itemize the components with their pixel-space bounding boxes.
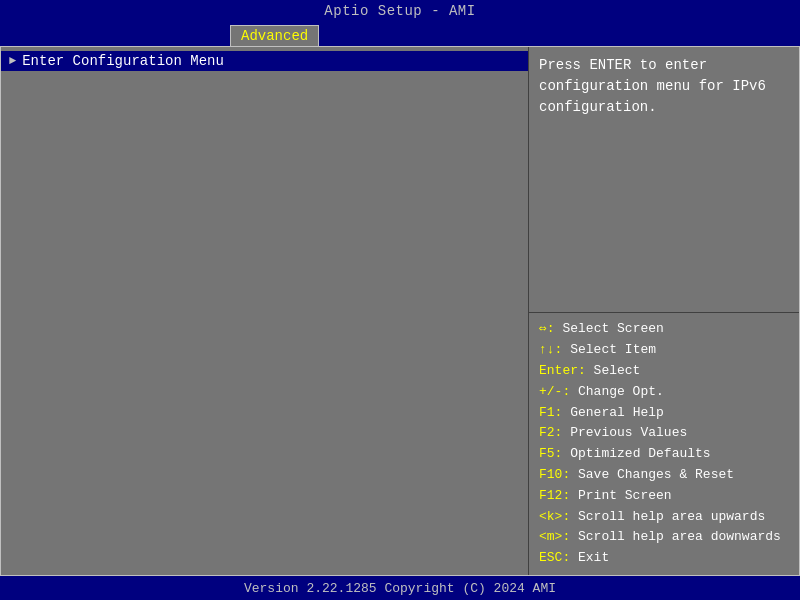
key-label: F12: <box>539 486 578 507</box>
bios-setup-app: Aptio Setup - AMI Advanced ► Enter Confi… <box>0 0 800 600</box>
tab-bar: Advanced <box>0 22 800 46</box>
key-desc: Save Changes & Reset <box>578 465 734 486</box>
main-content: ► Enter Configuration Menu Press ENTER t… <box>0 46 800 576</box>
key-desc: General Help <box>570 403 664 424</box>
key-binding-item: ↑↓: Select Item <box>539 340 789 361</box>
key-desc: Print Screen <box>578 486 672 507</box>
menu-item-label: Enter Configuration Menu <box>22 53 224 69</box>
key-label: F2: <box>539 423 570 444</box>
bottom-bar: Version 2.22.1285 Copyright (C) 2024 AMI <box>0 576 800 600</box>
key-desc: Select <box>594 361 641 382</box>
key-binding-item: F10: Save Changes & Reset <box>539 465 789 486</box>
key-label: Enter: <box>539 361 594 382</box>
key-desc: Change Opt. <box>578 382 664 403</box>
key-desc: Select Item <box>570 340 656 361</box>
key-desc: Exit <box>578 548 609 569</box>
key-binding-item: F12: Print Screen <box>539 486 789 507</box>
key-label: F10: <box>539 465 578 486</box>
key-binding-item: +/-: Change Opt. <box>539 382 789 403</box>
key-help-section: ⇔: Select Screen↑↓: Select ItemEnter: Se… <box>529 313 799 575</box>
left-panel: ► Enter Configuration Menu <box>1 47 529 575</box>
key-label: F1: <box>539 403 570 424</box>
help-text: Press ENTER to enter configuration menu … <box>529 47 799 313</box>
key-binding-item: <k>: Scroll help area upwards <box>539 507 789 528</box>
app-title: Aptio Setup - AMI <box>324 3 475 19</box>
key-binding-item: ⇔: Select Screen <box>539 319 789 340</box>
key-desc: Scroll help area downwards <box>578 527 781 548</box>
key-binding-item: F2: Previous Values <box>539 423 789 444</box>
key-desc: Scroll help area upwards <box>578 507 765 528</box>
key-binding-item: Enter: Select <box>539 361 789 382</box>
key-binding-item: F5: Optimized Defaults <box>539 444 789 465</box>
key-label: F5: <box>539 444 570 465</box>
key-label: ⇔: <box>539 319 562 340</box>
key-label: <m>: <box>539 527 578 548</box>
tab-advanced[interactable]: Advanced <box>230 25 319 46</box>
menu-arrow-icon: ► <box>9 54 16 68</box>
key-binding-item: <m>: Scroll help area downwards <box>539 527 789 548</box>
key-binding-item: F1: General Help <box>539 403 789 424</box>
key-label: ↑↓: <box>539 340 570 361</box>
key-binding-item: ESC: Exit <box>539 548 789 569</box>
version-text: Version 2.22.1285 Copyright (C) 2024 AMI <box>244 581 556 596</box>
key-desc: Select Screen <box>562 319 663 340</box>
key-label: ESC: <box>539 548 578 569</box>
menu-item-enter-config[interactable]: ► Enter Configuration Menu <box>1 51 528 71</box>
right-panel: Press ENTER to enter configuration menu … <box>529 47 799 575</box>
top-bar: Aptio Setup - AMI <box>0 0 800 22</box>
key-desc: Previous Values <box>570 423 687 444</box>
key-label: <k>: <box>539 507 578 528</box>
key-label: +/-: <box>539 382 578 403</box>
key-desc: Optimized Defaults <box>570 444 710 465</box>
